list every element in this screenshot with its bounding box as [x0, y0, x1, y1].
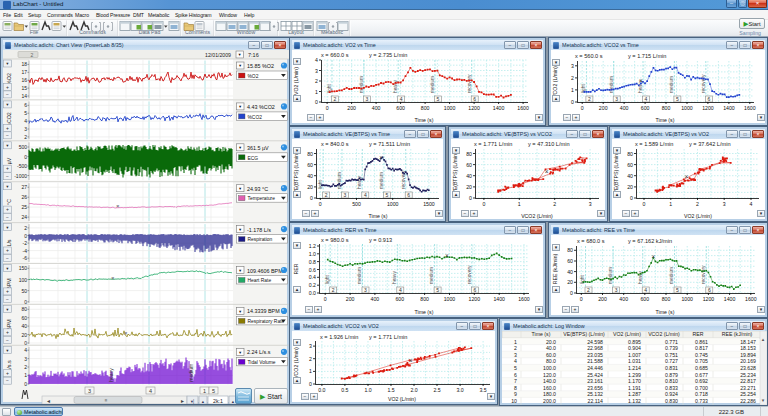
svg-text:1: 1 [203, 388, 206, 394]
svg-text:×: × [409, 357, 413, 364]
svg-text:17: 17 [21, 69, 27, 75]
svg-text:40: 40 [567, 269, 573, 275]
svg-text:3: 3 [88, 388, 91, 394]
svg-text:109.4606 BPM: 109.4606 BPM [247, 268, 283, 274]
svg-text:y = 47.310 L/min: y = 47.310 L/min [528, 141, 570, 147]
svg-text:2: 2 [24, 225, 27, 231]
svg-text:6: 6 [407, 192, 410, 198]
svg-text:0: 0 [570, 290, 573, 296]
svg-text:3: 3 [364, 287, 367, 293]
svg-text:3: 3 [366, 96, 369, 102]
svg-text:2: 2 [315, 78, 318, 84]
svg-text:2.24 L/s.s: 2.24 L/s.s [247, 349, 271, 355]
svg-text:0.895: 0.895 [628, 339, 641, 345]
svg-text:Temperature: Temperature [248, 196, 276, 201]
svg-text:y = 1.715 L/min: y = 1.715 L/min [628, 53, 666, 59]
svg-text:3.5: 3.5 [479, 387, 486, 393]
svg-text:200: 200 [599, 105, 608, 111]
svg-text:2: 2 [332, 287, 335, 293]
svg-text:400: 400 [619, 296, 628, 302]
svg-text:×: × [651, 253, 655, 260]
svg-text:1.214: 1.214 [628, 365, 641, 371]
svg-text:1000: 1000 [444, 105, 456, 111]
svg-text:25.424: 25.424 [587, 372, 603, 378]
svg-text:VE(BTPS) (L/min): VE(BTPS) (L/min) [613, 152, 619, 194]
svg-text:14.3339 BPM: 14.3339 BPM [247, 308, 280, 314]
svg-text:1400: 1400 [493, 105, 505, 111]
svg-text:400: 400 [372, 105, 381, 111]
svg-text:0.8: 0.8 [309, 259, 316, 265]
svg-text:2: 2 [514, 345, 517, 351]
svg-text:1000: 1000 [387, 201, 399, 207]
svg-text:×: × [111, 275, 115, 281]
svg-text:medium: medium [608, 267, 613, 284]
svg-text:18: 18 [21, 61, 27, 67]
svg-text:1.132: 1.132 [628, 398, 641, 404]
svg-text:-1.178 L/s: -1.178 L/s [247, 227, 271, 233]
svg-text:0: 0 [24, 233, 27, 239]
svg-text:22.968: 22.968 [587, 345, 603, 351]
svg-text:20: 20 [466, 184, 472, 190]
svg-text:800: 800 [420, 296, 429, 302]
svg-text:2: 2 [587, 287, 590, 293]
svg-text:1.299: 1.299 [628, 372, 641, 378]
svg-text:y = 2.735 L/min: y = 2.735 L/min [369, 52, 407, 58]
svg-text:1400: 1400 [724, 296, 736, 302]
svg-text:6: 6 [514, 372, 517, 378]
svg-text:Time (s): Time (s) [532, 331, 551, 337]
svg-text:medium: medium [430, 76, 435, 93]
svg-text:3: 3 [589, 201, 592, 207]
svg-text:1200: 1200 [468, 105, 480, 111]
svg-text:23.035: 23.035 [587, 352, 603, 358]
svg-text:y = 71.511 L/min: y = 71.511 L/min [369, 141, 410, 147]
svg-text:RER: RER [693, 331, 704, 337]
svg-text:25.254: 25.254 [740, 391, 756, 397]
svg-text:Respiration: Respiration [248, 237, 273, 242]
svg-text:µV: µV [6, 157, 12, 164]
svg-text:25.234: 25.234 [740, 372, 756, 378]
svg-text:VO2 (L/min): VO2 (L/min) [684, 213, 712, 219]
svg-text:recovery: recovery [467, 265, 472, 284]
svg-text:Time (s): Time (s) [656, 117, 675, 123]
svg-text:-1000: -1000 [14, 173, 27, 179]
svg-text:x = 1.589 L/min: x = 1.589 L/min [635, 141, 673, 147]
svg-text:2: 2 [309, 356, 312, 362]
svg-text:14: 14 [21, 93, 27, 99]
svg-text:3: 3 [615, 96, 618, 102]
svg-text:4: 4 [400, 96, 403, 102]
svg-text:0: 0 [315, 99, 318, 105]
svg-text:×: × [116, 203, 120, 209]
svg-text:−: − [6, 91, 9, 97]
svg-text:+: + [6, 165, 9, 171]
svg-text:400: 400 [371, 296, 380, 302]
svg-text:heavy: heavy [638, 271, 643, 284]
svg-text:24: 24 [21, 214, 27, 220]
svg-text:60: 60 [466, 162, 472, 168]
svg-text:recovery: recovery [701, 265, 706, 284]
svg-text:200.0: 200.0 [543, 398, 556, 404]
svg-text:4: 4 [315, 57, 318, 63]
svg-text:×: × [685, 173, 689, 180]
svg-text:2: 2 [553, 201, 556, 207]
svg-text:x = 980.0 s: x = 980.0 s [321, 237, 349, 243]
svg-text:6: 6 [708, 287, 711, 293]
svg-text:0: 0 [319, 201, 322, 207]
svg-text:×: × [639, 77, 643, 84]
svg-text:7: 7 [514, 378, 517, 384]
svg-text:80: 80 [307, 151, 313, 157]
svg-text:2: 2 [325, 192, 328, 198]
svg-text:+: + [6, 247, 9, 253]
svg-text:21.588: 21.588 [587, 358, 603, 364]
svg-text:0.830: 0.830 [665, 398, 678, 404]
svg-text:medium: medium [359, 76, 364, 93]
svg-text:5: 5 [437, 96, 440, 102]
svg-text:4: 4 [364, 192, 367, 198]
svg-text:23.628: 23.628 [740, 365, 756, 371]
svg-text:18.147: 18.147 [740, 339, 756, 345]
svg-text:0: 0 [571, 99, 574, 105]
svg-text:1.0: 1.0 [309, 251, 316, 257]
svg-text:1.0: 1.0 [364, 387, 371, 393]
svg-text:0.833: 0.833 [665, 385, 678, 391]
svg-text:0.718: 0.718 [695, 391, 708, 397]
svg-text:2: 2 [571, 75, 574, 81]
